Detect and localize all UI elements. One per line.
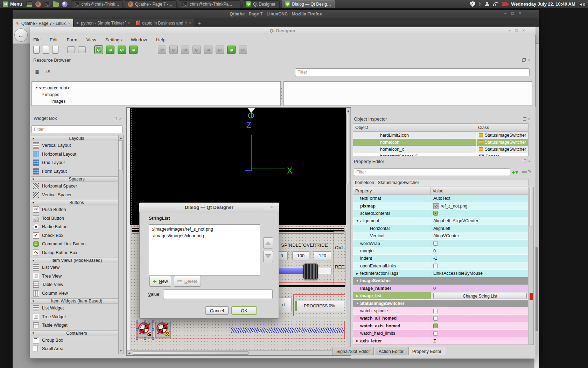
widget-radio-button[interactable]: Radio Button xyxy=(31,223,118,231)
spindle-preset-120-button[interactable]: 120 xyxy=(314,251,331,260)
widget-table-view[interactable]: Table View xyxy=(31,280,118,289)
taskbar-window-dialog-qt-designer[interactable]: Dialog — Qt Designer xyxy=(282,0,335,8)
move-up-button[interactable] xyxy=(263,237,273,248)
firefox-tab-1[interactable]: Qtlathe - Page 7 - LinuxCNC× xyxy=(13,19,74,27)
widgetbox-section-buttons[interactable]: ▼Buttons xyxy=(31,200,118,205)
taskbar-window-qt-designer[interactable]: Qt Designer xyxy=(243,0,280,8)
mint-menu-button[interactable]: M Menu xyxy=(0,0,25,8)
widget-list-view[interactable]: List View xyxy=(31,263,118,272)
dock-close-icon[interactable]: × xyxy=(119,117,121,120)
widget-vertical-spacer[interactable]: Vertical Spacer xyxy=(31,191,118,199)
ok-button[interactable]: OK xyxy=(231,306,257,315)
form-hscrollbar[interactable]: ◀ ▶ xyxy=(127,350,346,355)
taskbar-window-chris-chris-thinkpa[interactable]: chris@chris-ThinkPa... xyxy=(179,0,240,8)
resource-tree-item-images[interactable]: images xyxy=(32,98,280,104)
tab-property-editor[interactable]: Property Editor xyxy=(408,347,445,355)
remove-dynamic-property-icon[interactable] xyxy=(522,171,527,173)
property-row-margin[interactable]: margin0 xyxy=(353,247,528,255)
home-status-icon-x[interactable]: X xyxy=(155,322,171,338)
property-group-imageswitcher[interactable]: ▼ImageSwitcher xyxy=(353,277,528,285)
widget-tool-button[interactable]: Tool Button xyxy=(31,214,118,223)
expander-icon[interactable]: ▶ xyxy=(355,272,359,275)
property-group-statusimageswitcher[interactable]: ▼StatusImageSwitcher xyxy=(353,300,528,307)
property-row-indent[interactable]: indent-1 xyxy=(353,255,528,262)
class-column-header[interactable]: Class xyxy=(476,123,528,132)
property-filter-input[interactable] xyxy=(354,168,510,176)
close-icon[interactable]: × xyxy=(519,11,521,16)
inspector-row-homeicon[interactable]: homeIconStatusImageSwitcher xyxy=(353,139,528,146)
edit-resources-button[interactable]: ≣ xyxy=(33,68,41,76)
expander-icon[interactable]: ▶ xyxy=(355,294,359,298)
selection-handle[interactable] xyxy=(152,328,154,331)
update-manager-icon[interactable]: × xyxy=(470,1,475,7)
expander-icon[interactable]: ▶ xyxy=(355,339,359,342)
bluetooth-icon[interactable]: ᛒ xyxy=(478,1,481,7)
checkbox-watch-all-homed[interactable] xyxy=(433,316,438,321)
tab-close-icon[interactable]: × xyxy=(68,21,70,25)
cancel-button[interactable]: Cancel xyxy=(205,306,229,315)
widget-scroll-area[interactable]: Scroll Area xyxy=(31,345,118,353)
property-row-textinteractionflags[interactable]: ▶textInteractionFlagsLinksAccessibleByMo… xyxy=(353,270,528,277)
widget-grid-layout[interactable]: Grid Layout xyxy=(31,158,118,167)
back-button[interactable]: ← xyxy=(14,28,28,42)
property-row-image-list[interactable]: ▶image_listChange String List xyxy=(353,292,528,300)
clock[interactable]: Wednesday July 22, 10:40 AM xyxy=(511,1,575,7)
menu-edit[interactable]: Edit xyxy=(50,37,57,42)
property-row-horizontal[interactable]: HorizontalAlignLeft xyxy=(353,225,528,232)
stringlist-item-2[interactable]: :/images/images/clear.png xyxy=(149,232,260,239)
widget-column-view[interactable]: Column View xyxy=(31,289,118,298)
property-row-pixmap[interactable]: pixmap⊘ref_z_not.png xyxy=(353,202,528,210)
dock-float-icon[interactable] xyxy=(523,117,526,121)
dock-close-icon[interactable]: × xyxy=(527,59,530,62)
checkbox-wordwrap[interactable] xyxy=(433,241,438,246)
edit-signals-slots-mode-icon[interactable] xyxy=(106,46,114,54)
checkbox-watch-axis-homed[interactable]: × xyxy=(433,323,438,328)
layout-splitter-horizontal-icon[interactable] xyxy=(181,46,189,54)
layout-vertically-icon[interactable] xyxy=(169,46,178,54)
minimize-icon[interactable]: − xyxy=(504,11,506,16)
delete-button[interactable]: Delete xyxy=(174,276,201,287)
edit-widgets-mode-icon[interactable] xyxy=(94,46,103,54)
save-form-icon[interactable] xyxy=(52,46,58,54)
minimize-icon[interactable]: − xyxy=(508,28,511,33)
layout-splitter-vertical-icon[interactable] xyxy=(192,46,201,54)
value-column-header[interactable]: Value xyxy=(430,187,528,195)
firefox-launcher-icon[interactable] xyxy=(35,1,41,7)
break-layout-icon[interactable] xyxy=(227,46,236,54)
firefox-tab-2[interactable]: python - Simple Tkinter Togg× xyxy=(74,19,133,27)
selection-handle[interactable] xyxy=(136,337,138,340)
resource-tree-item-resource-root[interactable]: ▼<resource root> xyxy=(32,84,280,91)
property-column-header[interactable]: Property xyxy=(353,187,430,195)
widget-horizontal-spacer[interactable]: Horizontal Spacer xyxy=(31,182,118,191)
dock-close-icon[interactable]: × xyxy=(528,117,530,121)
value-input[interactable] xyxy=(163,289,273,299)
widget-group-box[interactable]: Group Box xyxy=(31,336,118,345)
widget-command-link-button[interactable]: Command Link Button xyxy=(31,240,118,248)
property-row-image-number[interactable]: image_number0 xyxy=(353,285,528,292)
edit-tab-order-mode-icon[interactable] xyxy=(129,46,138,54)
dock-close-icon[interactable]: × xyxy=(528,160,530,163)
widget-form-layout[interactable]: Form Layout xyxy=(31,167,118,176)
expander-icon[interactable]: ▼ xyxy=(41,93,45,96)
property-row-wordwrap[interactable]: wordWrap xyxy=(353,240,528,247)
property-row-scaledcontents[interactable]: scaledContents× xyxy=(353,210,528,217)
selection-handle[interactable] xyxy=(152,337,154,340)
taskbar-window-chris-chris-thinkpa[interactable]: chris@chris-ThinkPa... xyxy=(71,0,123,8)
property-editor-scrollbar[interactable] xyxy=(529,187,534,345)
stringlist-item-1[interactable]: :/images/images/ref_z_not.png xyxy=(149,226,260,232)
menu-help[interactable]: Help xyxy=(156,37,166,42)
tab-signal-slot-editor[interactable]: Signal/Slot Editor xyxy=(332,347,374,355)
widgetbox-section-spacers[interactable]: ▼Spacers xyxy=(31,176,118,182)
new-form-icon[interactable] xyxy=(33,46,40,54)
home-status-icon-z[interactable]: Z xyxy=(137,322,153,338)
open-form-icon[interactable] xyxy=(43,46,49,54)
maximize-icon[interactable]: □ xyxy=(511,11,514,16)
checkbox-watch-hard-limits[interactable] xyxy=(433,331,438,336)
change-string-list-button[interactable]: Change String List xyxy=(433,293,527,299)
edit-buddies-mode-icon[interactable] xyxy=(118,46,126,54)
pidgin-launcher-icon[interactable] xyxy=(62,1,68,7)
widget-box-filter-input[interactable] xyxy=(31,125,122,133)
configure-property-editor-icon[interactable]: ✎ xyxy=(528,169,532,174)
widget-vertical-layout[interactable]: Vertical Layout xyxy=(31,141,118,150)
splitter-handle[interactable] xyxy=(281,88,282,100)
